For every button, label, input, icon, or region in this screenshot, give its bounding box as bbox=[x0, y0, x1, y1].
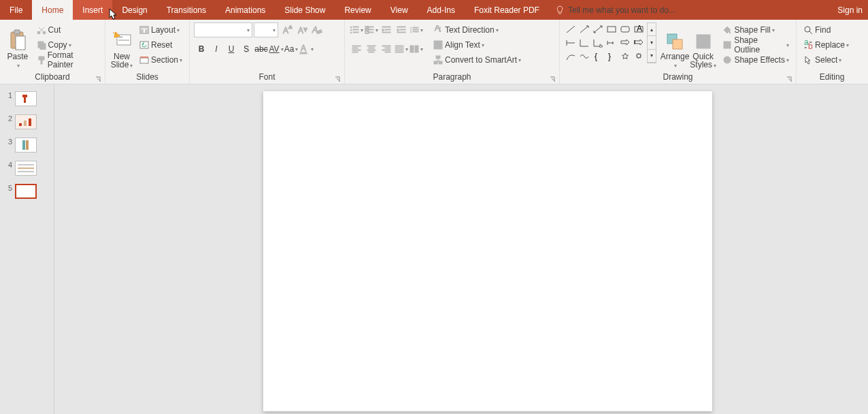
line-spacing-button[interactable]: ▾ bbox=[409, 22, 424, 37]
shrink-font-icon: A▾ bbox=[297, 25, 307, 35]
svg-rect-41 bbox=[382, 32, 390, 33]
change-case-button[interactable]: Aa▾ bbox=[284, 42, 299, 57]
charspacing-icon: AV bbox=[269, 44, 279, 54]
find-button[interactable]: Find bbox=[801, 22, 852, 37]
char-spacing-button[interactable]: AV▾ bbox=[269, 42, 284, 57]
replace-button[interactable]: ab Replace▾ bbox=[801, 37, 852, 52]
shape-effects-button[interactable]: Shape Effects▾ bbox=[720, 52, 792, 67]
italic-button[interactable]: I bbox=[209, 42, 224, 57]
align-text-button[interactable]: Align Text▾ bbox=[431, 37, 524, 52]
dec-indent-button[interactable] bbox=[379, 22, 394, 37]
shapes-gallery[interactable]: A { } bbox=[564, 22, 646, 63]
svg-rect-71 bbox=[439, 61, 442, 64]
columns-button[interactable]: ▾ bbox=[409, 42, 424, 57]
align-left-button[interactable] bbox=[349, 42, 364, 57]
svg-text:A: A bbox=[301, 44, 306, 53]
dialog-launcher-icon[interactable] bbox=[335, 76, 341, 83]
tab-view[interactable]: View bbox=[381, 0, 418, 20]
slide[interactable] bbox=[263, 91, 712, 411]
layout-label: Layout bbox=[151, 25, 176, 35]
svg-rect-32 bbox=[353, 32, 358, 33]
layout-button[interactable]: Layout▾ bbox=[137, 22, 185, 37]
svg-point-86 bbox=[805, 27, 810, 32]
arrange-button[interactable]: Arrange▾ bbox=[661, 22, 689, 70]
shape-outline-button[interactable]: Shape Outline▾ bbox=[720, 37, 792, 52]
thumb-2[interactable]: 2 bbox=[0, 114, 54, 129]
tab-review[interactable]: Review bbox=[335, 0, 380, 20]
slide-canvas[interactable] bbox=[54, 84, 868, 414]
svg-point-4 bbox=[43, 31, 46, 34]
font-size-input[interactable]: ▾ bbox=[254, 22, 278, 37]
tab-animations[interactable]: Animations bbox=[216, 0, 275, 20]
svg-rect-62 bbox=[395, 50, 403, 50]
align-center-button[interactable] bbox=[364, 42, 379, 57]
tab-foxit[interactable]: Foxit Reader PDF bbox=[465, 0, 549, 20]
font-color-button[interactable]: A▾ bbox=[299, 42, 314, 57]
select-button[interactable]: Select▾ bbox=[801, 52, 852, 67]
new-slide-button[interactable]: NewSlide▾ bbox=[110, 22, 134, 70]
dialog-launcher-icon[interactable] bbox=[95, 76, 102, 83]
tab-addins[interactable]: Add-Ins bbox=[418, 0, 465, 20]
aligntext-icon bbox=[433, 40, 443, 50]
svg-rect-93 bbox=[29, 118, 31, 126]
tab-design[interactable]: Design bbox=[112, 0, 156, 20]
strike-button[interactable]: abc bbox=[254, 42, 269, 57]
tab-transitions[interactable]: Transitions bbox=[157, 0, 216, 20]
inc-indent-button[interactable] bbox=[394, 22, 409, 37]
section-button[interactable]: Section▾ bbox=[137, 52, 185, 67]
svg-text:▴: ▴ bbox=[288, 25, 293, 31]
underline-button[interactable]: U bbox=[224, 42, 239, 57]
reset-button[interactable]: Reset bbox=[137, 37, 185, 52]
shadow-button[interactable]: S bbox=[239, 42, 254, 57]
tab-file[interactable]: File bbox=[0, 0, 32, 20]
text-direction-button[interactable]: A Text Direction▾ bbox=[431, 22, 524, 37]
group-slides: NewSlide▾ Layout▾ Reset Section▾ Slides bbox=[105, 20, 190, 84]
thumb-1-num: 1 bbox=[5, 91, 12, 99]
quick-styles-button[interactable]: A QuickStyles▾ bbox=[689, 22, 717, 70]
signin-link[interactable]: Sign in bbox=[832, 0, 868, 20]
thumb-1[interactable]: 1 bbox=[0, 91, 54, 106]
svg-rect-1 bbox=[14, 30, 20, 34]
svg-point-31 bbox=[350, 32, 352, 33]
thumb-3[interactable]: 3 bbox=[0, 138, 54, 153]
align-right-button[interactable] bbox=[379, 42, 394, 57]
tab-slideshow[interactable]: Slide Show bbox=[275, 0, 335, 20]
cut-button[interactable]: Cut bbox=[34, 22, 101, 37]
svg-rect-63 bbox=[395, 52, 403, 52]
dialog-launcher-icon[interactable] bbox=[786, 76, 793, 83]
shapeeffects-icon bbox=[722, 55, 732, 65]
ribbon-tabbar: File Home Insert Design Transitions Anim… bbox=[0, 0, 868, 20]
font-name-input[interactable]: ▾ bbox=[194, 22, 252, 37]
svg-text:A: A bbox=[637, 25, 642, 33]
tab-home[interactable]: Home bbox=[32, 0, 73, 20]
clear-format-button[interactable]: A bbox=[310, 22, 324, 37]
svg-rect-15 bbox=[145, 29, 148, 33]
justify-button[interactable]: ▾ bbox=[394, 42, 409, 57]
svg-rect-72 bbox=[607, 27, 616, 32]
aligntext-label: Align Text bbox=[445, 40, 480, 50]
svg-rect-58 bbox=[382, 50, 390, 50]
format-painter-button[interactable]: Format Painter bbox=[34, 52, 101, 67]
thumb-5[interactable]: 5 bbox=[0, 184, 54, 199]
paste-button[interactable]: Paste▾ bbox=[4, 22, 31, 70]
find-icon bbox=[803, 25, 813, 35]
layout-icon bbox=[139, 26, 149, 34]
smartart-button[interactable]: Convert to SmartArt▾ bbox=[431, 52, 524, 67]
tell-me[interactable]: Tell me what you want to do... bbox=[556, 0, 675, 20]
grow-font-button[interactable]: A▴ bbox=[280, 22, 295, 37]
svg-rect-47 bbox=[413, 31, 418, 32]
shapefill-label: Shape Fill bbox=[734, 25, 770, 35]
shrink-font-button[interactable]: A▾ bbox=[295, 22, 310, 37]
thumb-4[interactable]: 4 bbox=[0, 161, 54, 176]
bullets-button[interactable]: ▾ bbox=[349, 22, 364, 37]
tab-insert[interactable]: Insert bbox=[73, 0, 112, 20]
bold-button[interactable]: B bbox=[194, 42, 209, 57]
reset-icon bbox=[139, 41, 149, 49]
svg-point-29 bbox=[350, 29, 352, 31]
group-slides-label: Slides bbox=[136, 72, 158, 82]
dialog-launcher-icon[interactable] bbox=[550, 76, 556, 83]
svg-rect-44 bbox=[397, 32, 405, 33]
shapes-gallery-scroll[interactable]: ▴▾▾ bbox=[647, 22, 656, 63]
svg-rect-46 bbox=[413, 29, 418, 30]
numbering-button[interactable]: 123▾ bbox=[364, 22, 379, 37]
